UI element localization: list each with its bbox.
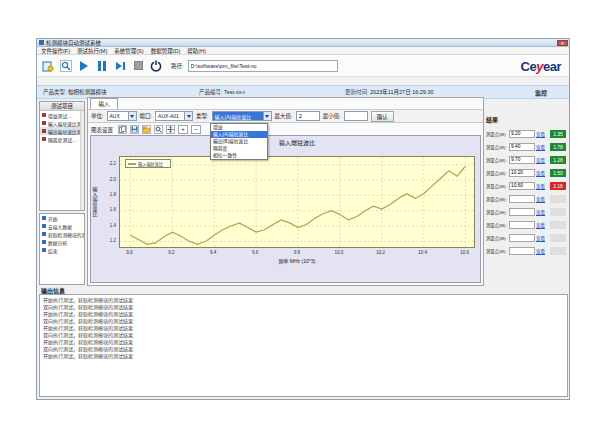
- result-row: 测量点(M): 查看: [486, 231, 570, 244]
- measure-point-input[interactable]: [509, 130, 535, 138]
- min-label: 最小值:: [323, 112, 341, 120]
- measure-point-input[interactable]: [509, 221, 535, 229]
- status-badge: 1.35: [550, 130, 566, 138]
- sidebar-item-isolation[interactable]: 隔离度测试…: [40, 135, 84, 143]
- copy-icon[interactable]: [118, 125, 127, 134]
- config-icon[interactable]: [41, 59, 55, 73]
- monitor-button[interactable]: 监控: [535, 88, 547, 97]
- zoom-out-button[interactable]: −: [191, 125, 201, 134]
- view-link[interactable]: 查看: [536, 131, 549, 137]
- menu-system[interactable]: 系统管理(S): [114, 47, 143, 55]
- main-panel: 输入 单位: AUX 端口: AUX-A01 类型: 输入(A)端驻波比 最大值…: [87, 97, 484, 286]
- save-icon[interactable]: [130, 125, 139, 134]
- status-badge: [550, 195, 566, 203]
- export-icon[interactable]: [142, 125, 151, 134]
- power-icon[interactable]: [149, 59, 163, 73]
- test-items-panel: 测试项目 增益测试… 输入端驻波比测… 输出端驻波比测… 隔离度测试…: [39, 101, 85, 211]
- sidebar-item-input-vswr[interactable]: 输入端驻波比测…: [40, 119, 84, 127]
- chart-area: 输入端驻波比 输入端驻波比 1.21.41.61.82.02.2 输入端驻波比 …: [90, 135, 481, 283]
- search-icon[interactable]: [59, 59, 73, 73]
- tab-input[interactable]: 输入: [90, 98, 118, 109]
- pan-icon[interactable]: [166, 125, 175, 134]
- legend-line-swatch: [128, 163, 136, 165]
- ceyear-logo: Ceyear: [521, 59, 561, 74]
- view-link[interactable]: 查看: [536, 235, 549, 241]
- type-dropdown-list: 增益 输入(A)端驻波比 输出(B)端驻波比 隔离度 相位一致性: [210, 123, 268, 160]
- view-link[interactable]: 查看: [536, 248, 549, 254]
- plot-region[interactable]: [119, 156, 475, 248]
- log-line: 双向执行测试，获取检测模块的测试结果: [43, 346, 564, 353]
- view-link[interactable]: 查看: [536, 196, 549, 202]
- chevron-down-icon[interactable]: [184, 112, 192, 120]
- y-axis-label: 输入端驻波比: [91, 156, 99, 248]
- pause-icon[interactable]: [95, 59, 109, 73]
- unit-select[interactable]: AUX: [107, 111, 137, 121]
- sidebar-scrollbar[interactable]: [80, 111, 84, 210]
- dropdown-option[interactable]: 增益: [211, 124, 267, 131]
- flow-step-end[interactable]: 结束: [40, 246, 84, 254]
- test-item-icon: [42, 129, 46, 133]
- dropdown-option[interactable]: 相位一致性: [211, 152, 267, 159]
- run-icon[interactable]: [77, 59, 91, 73]
- view-link[interactable]: 查看: [536, 144, 549, 150]
- sidebar-item-gain[interactable]: 增益测试…: [40, 111, 84, 119]
- control-row: 单位: AUX 端口: AUX-A01 类型: 输入(A)端驻波比 最大值: 最…: [88, 109, 483, 123]
- flow-step-analysis[interactable]: 数据分析: [40, 238, 84, 246]
- max-value-input[interactable]: [296, 111, 320, 121]
- path-input[interactable]: [188, 60, 338, 72]
- chevron-down-icon[interactable]: [128, 112, 136, 120]
- dropdown-option-selected[interactable]: 输入(A)端驻波比: [211, 131, 267, 138]
- menu-file[interactable]: 文件操作(F): [41, 47, 70, 55]
- step-icon[interactable]: [113, 59, 127, 73]
- updated-time: 更新时间: 2023年11月27日 16:29:30: [345, 88, 495, 96]
- view-link[interactable]: 查看: [536, 183, 549, 189]
- zoom-area-icon[interactable]: [154, 125, 163, 134]
- step-icon: [42, 224, 46, 228]
- dropdown-option[interactable]: 隔离度: [211, 145, 267, 152]
- menu-help[interactable]: 帮助(H): [187, 47, 206, 55]
- chart-title: 输入端驻波比: [119, 138, 475, 147]
- measure-point-input[interactable]: [509, 156, 535, 164]
- measure-point-input[interactable]: [509, 169, 535, 177]
- port-label: 端口:: [140, 112, 153, 120]
- port-select[interactable]: AUX-A01: [155, 111, 193, 121]
- status-badge: 1.78: [550, 143, 566, 151]
- measure-point-input[interactable]: [509, 143, 535, 151]
- log-line: 开始执行测试，获取检测模块的测试结果: [43, 297, 564, 304]
- measure-point-input[interactable]: [509, 234, 535, 242]
- flow-step-cloud[interactable]: 云端大数据: [40, 222, 84, 230]
- confirm-button[interactable]: 确认: [371, 111, 394, 122]
- sidebar-item-output-vswr[interactable]: 输出端驻波比测…: [40, 127, 84, 135]
- test-item-icon: [42, 121, 46, 125]
- test-flow-panel: 开始 云端大数据 获取检测模块的测试结果 数据分析 结束: [39, 213, 85, 285]
- path-label: 路径:: [171, 62, 184, 70]
- zoom-in-button[interactable]: +: [178, 125, 188, 134]
- measure-point-input[interactable]: [509, 195, 535, 203]
- result-row: 测量点(M): 查看: [486, 205, 570, 218]
- dropdown-option[interactable]: 输出(B)端驻波比: [211, 138, 267, 145]
- app-window: 检测模块自动测试系统 ✕ 文件操作(F) 测试执行(M) 系统管理(S) 数据管…: [36, 38, 570, 400]
- close-button[interactable]: ✕: [557, 40, 568, 46]
- view-link[interactable]: 查看: [536, 209, 549, 215]
- view-link[interactable]: 查看: [536, 222, 549, 228]
- x-axis-label: 频率 MHz (10^3): [119, 257, 475, 264]
- stop-icon[interactable]: [131, 59, 145, 73]
- view-link[interactable]: 查看: [536, 157, 549, 163]
- measure-point-input[interactable]: [509, 247, 535, 255]
- measure-point-input[interactable]: [509, 182, 535, 190]
- chevron-down-icon[interactable]: [263, 112, 271, 120]
- min-value-input[interactable]: [344, 111, 368, 121]
- flow-step-start[interactable]: 开始: [40, 214, 84, 222]
- results-panel: 结果 测量点(M): 查看 1.35 测量点(M): 查看 1.78 测量点(M…: [486, 115, 570, 265]
- type-select[interactable]: 输入(A)端驻波比: [212, 111, 272, 121]
- menu-data[interactable]: 数据管理(D): [151, 47, 181, 55]
- result-row: 测量点(M): 查看 1.78: [486, 140, 570, 153]
- menu-test[interactable]: 测试执行(M): [77, 47, 107, 55]
- unit-label: 单位:: [91, 112, 104, 120]
- log-output[interactable]: 开始执行测试，获取检测模块的测试结果 双向执行测试，获取检测模块的测试结果 开始…: [39, 294, 568, 397]
- measure-point-input[interactable]: [509, 208, 535, 216]
- view-link[interactable]: 查看: [536, 170, 549, 176]
- result-row: 测量点(M): 查看 1.28: [486, 153, 570, 166]
- status-badge: [550, 234, 566, 242]
- flow-step-fetch-results[interactable]: 获取检测模块的测试结果: [40, 230, 84, 238]
